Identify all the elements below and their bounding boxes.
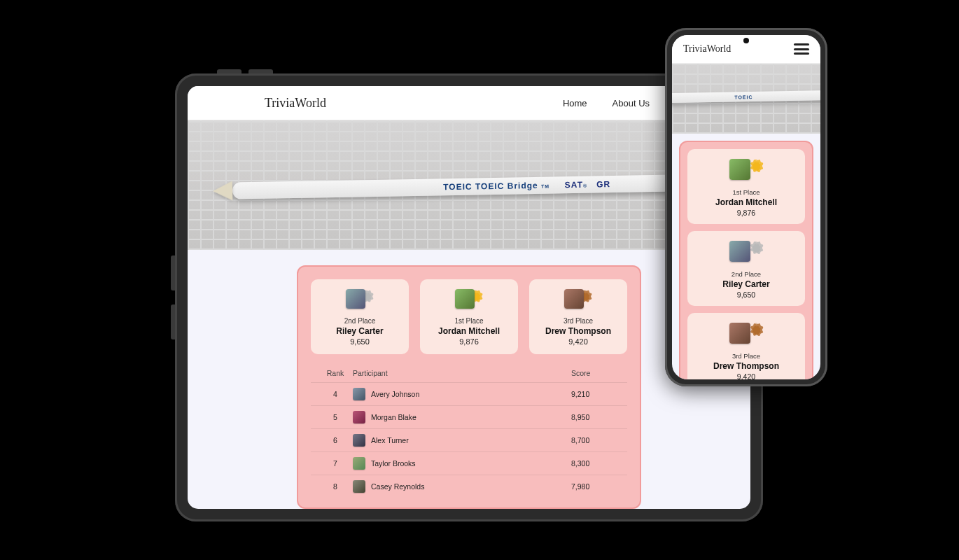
podium-card-3rd[interactable]: 3rd Place Drew Thompson 9,420 [687,313,805,379]
podium-card-2nd[interactable]: 2nd Place Riley Carter 9,650 [311,279,409,354]
phone-hero: TOEIC [672,64,820,134]
table-row[interactable]: 4 Avery Johnson 9,210 [311,382,627,405]
avatar [353,434,365,447]
col-score: Score [571,369,620,377]
table-row[interactable]: 8 Casey Reynolds 7,980 [311,475,627,498]
place-label: 3rd Place [533,317,623,325]
winner-name: Riley Carter [692,279,801,289]
phone-camera [743,38,749,43]
cell-rank: 8 [318,482,353,491]
leaderboard-table: Rank Participant Score 4 Avery Johnson 9… [311,364,627,498]
winner-name: Riley Carter [315,326,405,336]
winner-score: 9,420 [533,337,623,346]
brand-logo[interactable]: TriviaWorld [683,43,731,55]
tablet-side-buttons [171,255,175,340]
table-row[interactable]: 7 Taylor Brooks 8,300 [311,451,627,475]
podium-card-1st[interactable]: 1st Place Jordan Mitchell 9,876 [687,149,805,224]
cell-rank: 6 [318,436,353,444]
podium-card-3rd[interactable]: 3rd Place Drew Thompson 9,420 [529,279,627,354]
cell-participant: Alex Turner [371,436,409,444]
winner-score: 9,650 [315,337,405,346]
avatar [353,457,365,470]
avatar [729,241,750,262]
winner-name: Jordan Mitchell [692,197,801,207]
cell-rank: 5 [318,413,353,421]
top3-row: 2nd Place Riley Carter 9,650 1st Place J… [311,279,627,354]
avatar [729,159,750,180]
cell-score: 9,210 [571,390,620,398]
cell-participant: Avery Johnson [371,390,419,398]
podium-card-2nd[interactable]: 2nd Place Riley Carter 9,650 [687,231,805,306]
cell-participant: Casey Reynolds [371,482,424,491]
avatar [353,480,365,493]
winner-score: 9,420 [692,372,801,379]
cell-score: 7,980 [571,482,620,491]
winner-name: Jordan Mitchell [424,326,514,336]
pencil-text: TOEIC [734,94,752,99]
nav-home[interactable]: Home [563,98,587,108]
avatar [353,411,365,424]
avatar [455,289,475,309]
place-label: 2nd Place [315,317,405,325]
winner-name: Drew Thompson [692,361,801,371]
cell-score: 8,950 [571,413,620,421]
phone-screen: TriviaWorld TOEIC 1st Place Jordan Mitch… [672,35,820,379]
winner-name: Drew Thompson [533,326,623,336]
col-participant: Participant [353,369,571,377]
brand-logo[interactable]: TriviaWorld [265,96,326,111]
table-header: Rank Participant Score [311,364,627,382]
leaderboard-panel: 1st Place Jordan Mitchell 9,876 2nd Plac… [679,141,813,379]
avatar [729,323,750,344]
leaderboard-panel: 2nd Place Riley Carter 9,650 1st Place J… [297,265,641,509]
cell-participant: Taylor Brooks [371,459,416,468]
place-label: 3rd Place [692,352,801,360]
cell-rank: 4 [318,390,353,398]
place-label: 2nd Place [692,270,801,278]
cell-participant: Morgan Blake [371,413,416,421]
avatar [353,388,365,400]
place-label: 1st Place [692,188,801,196]
winner-score: 9,650 [692,290,801,299]
cell-rank: 7 [318,459,353,468]
col-rank: Rank [318,369,353,377]
winner-score: 9,876 [424,337,514,346]
pencil-text: TOEIC TOEIC Bridge TM SAT® GR [443,179,610,192]
table-row[interactable]: 6 Alex Turner 8,700 [311,428,627,451]
place-label: 1st Place [424,317,514,325]
cell-score: 8,700 [571,436,620,444]
phone-frame: TriviaWorld TOEIC 1st Place Jordan Mitch… [665,28,827,386]
avatar [564,289,584,309]
table-row[interactable]: 5 Morgan Blake 8,950 [311,405,627,428]
avatar [346,289,365,309]
nav-about[interactable]: About Us [612,98,650,108]
hamburger-menu-icon[interactable] [794,43,809,55]
winner-score: 9,876 [692,209,801,217]
tablet-top-buttons [217,69,273,74]
cell-score: 8,300 [571,459,620,468]
podium-card-1st[interactable]: 1st Place Jordan Mitchell 9,876 [420,279,518,354]
